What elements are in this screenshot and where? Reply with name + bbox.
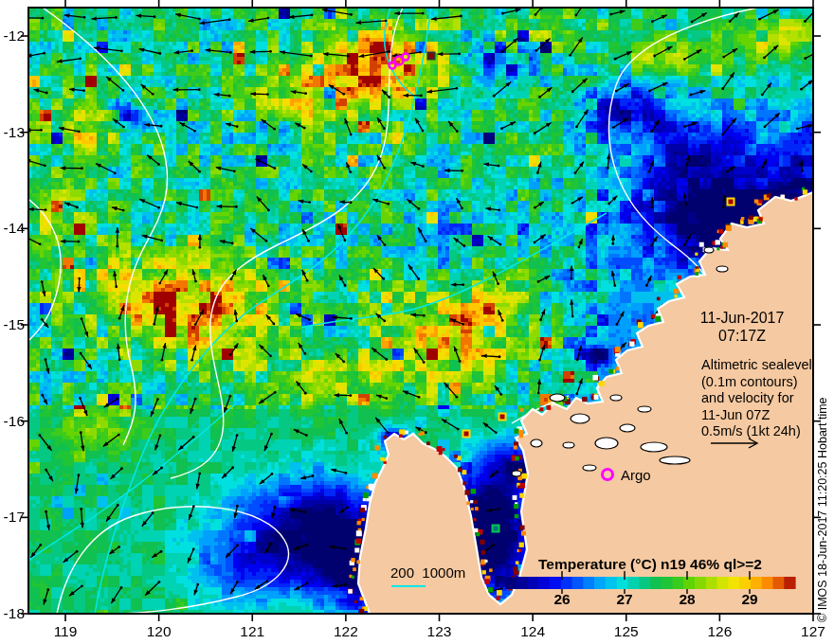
altimetry-info-line: Altimetric sealevel: [701, 357, 834, 374]
x-tick-label: 119: [43, 623, 88, 640]
x-tick-label: 123: [417, 623, 462, 640]
colorbar-tick-label: 26: [541, 591, 583, 608]
bathymetry-scale-label: 200 1000m: [390, 564, 465, 581]
valid-time: 07:17Z: [663, 327, 821, 345]
x-tick-label: 120: [136, 623, 182, 640]
valid-datetime: 11-Jun-2017 07:17Z: [663, 309, 821, 345]
y-tick-label: -18: [0, 605, 25, 622]
altimetry-info-line: 0.5m/s (1kt 24h): [701, 423, 834, 440]
x-tick-label: 124: [510, 623, 555, 640]
colorbar-title: Temperature (°C) n19 46% ql>=2: [505, 556, 795, 573]
x-tick-label: 126: [697, 623, 742, 640]
y-tick-label: -17: [0, 509, 25, 526]
altimetry-info-line: (0.1m contours): [701, 374, 834, 391]
bathymetry-contours: [28, 8, 607, 614]
imos-credit-text: © IMOS 18-Jun-2017 11:20:25 Hobart time: [816, 397, 829, 622]
altimetry-info-text: Altimetric sealevel(0.1m contours)and ve…: [701, 357, 834, 440]
map-layers: [23, 0, 823, 614]
x-tick-label: 127: [790, 623, 834, 640]
colorbar-tick-label: 29: [729, 591, 771, 608]
argo-float-label: Argo: [621, 467, 651, 483]
y-tick-label: -13: [0, 124, 25, 141]
colorbar-tick-label: 27: [604, 591, 645, 608]
y-tick-label: -14: [0, 220, 25, 237]
colorbar-tick-label: 28: [666, 591, 708, 608]
y-tick-label: -16: [0, 413, 25, 430]
sst-map-figure: 11-Jun-2017 07:17Z Altimetric sealevel(0…: [0, 0, 834, 644]
y-tick-label: -12: [0, 27, 25, 45]
y-tick-label: -15: [0, 316, 25, 333]
x-tick-label: 125: [604, 623, 649, 640]
valid-date: 11-Jun-2017: [663, 309, 821, 327]
altimetry-info-line: and velocity for: [701, 390, 834, 407]
x-tick-label: 122: [323, 623, 369, 640]
x-tick-label: 121: [229, 623, 275, 640]
altimetry-info-line: 11-Jun 07Z: [701, 407, 834, 424]
